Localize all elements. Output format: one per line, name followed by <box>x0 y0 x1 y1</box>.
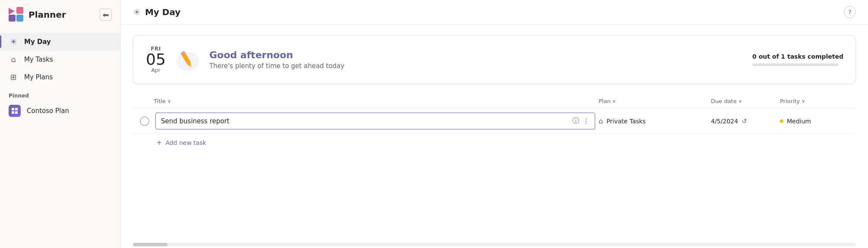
month-label: Apr <box>145 67 166 73</box>
greeting-subtitle: There's plenty of time to get ahead toda… <box>209 62 744 70</box>
grid-icon: ⊞ <box>9 72 18 82</box>
svg-rect-4 <box>12 108 14 110</box>
sidebar-item-my-tasks[interactable]: ⌂ My Tasks <box>0 50 120 68</box>
page-title: ☀ My Day <box>133 7 180 17</box>
date-block: FRI 05 Apr <box>145 46 166 73</box>
home-icon: ⌂ <box>9 55 18 64</box>
svg-marker-3 <box>9 8 15 15</box>
task-title-input-wrapper[interactable]: Send business report ⓘ ⋮ <box>155 113 595 129</box>
task-due-date: 4/5/2024 <box>711 118 738 125</box>
col-header-title[interactable]: Title ∨ <box>154 98 599 104</box>
col-header-priority[interactable]: Priority ∨ <box>780 98 849 104</box>
task-due-date-cell: 4/5/2024 ↺ <box>711 117 780 125</box>
nav-item-label: My Day <box>24 38 51 46</box>
scrollbar-thumb[interactable] <box>133 243 167 246</box>
duedate-sort-icon: ∨ <box>739 98 742 104</box>
priority-dot-icon <box>780 119 783 123</box>
task-plan-name: Private Tasks <box>606 118 646 125</box>
table-row: Send business report ⓘ ⋮ ⌂ Private Tasks… <box>133 108 856 134</box>
recurrence-icon[interactable]: ↺ <box>742 117 747 125</box>
svg-rect-0 <box>9 15 16 22</box>
pencil-illustration-icon <box>175 47 201 72</box>
greeting-text: Good afternoon There's plenty of time to… <box>209 50 744 70</box>
add-task-row[interactable]: + Add new task <box>133 134 856 151</box>
main-header: ☀ My Day ? <box>121 0 868 25</box>
task-priority-cell: Medium <box>780 118 849 125</box>
add-task-icon: + <box>156 138 162 147</box>
collapse-sidebar-button[interactable]: ⬅ <box>100 9 112 21</box>
task-table: Title ∨ Plan ∨ Due date ∨ Priority ∨ <box>133 94 856 151</box>
task-complete-checkbox[interactable] <box>140 116 149 126</box>
task-title-text: Send business report <box>161 117 569 125</box>
pinned-item-label: Contoso Plan <box>27 107 69 115</box>
svg-rect-2 <box>16 15 23 22</box>
svg-rect-7 <box>15 111 18 114</box>
progress-bar-background <box>752 63 839 66</box>
contoso-plan-icon <box>9 105 21 117</box>
sun-icon: ☀ <box>9 37 18 46</box>
nav-item-label: My Plans <box>24 73 53 81</box>
planner-logo-icon <box>9 7 24 22</box>
pinned-section-label: Pinned <box>0 86 120 100</box>
greeting-illustration <box>175 47 201 72</box>
sidebar: Planner ⬅ ☀ My Day ⌂ My Tasks ⊞ My Plans… <box>0 0 121 248</box>
title-sort-icon: ∨ <box>167 98 171 104</box>
collapse-icon: ⬅ <box>102 10 109 19</box>
sidebar-item-my-day[interactable]: ☀ My Day <box>0 33 120 50</box>
main-content: ☀ My Day ? FRI 05 Apr <box>121 0 868 248</box>
col-header-due-date[interactable]: Due date ∨ <box>711 98 780 104</box>
sidebar-item-contoso-plan[interactable]: Contoso Plan <box>0 100 120 121</box>
sidebar-brand: Planner <box>9 7 66 22</box>
progress-label: 0 out of 1 tasks completed <box>752 53 843 60</box>
svg-rect-5 <box>15 108 18 110</box>
tasks-progress: 0 out of 1 tasks completed <box>752 53 843 66</box>
nav-item-label: My Tasks <box>24 56 53 63</box>
col-header-plan[interactable]: Plan ∨ <box>599 98 711 104</box>
page-title-text: My Day <box>145 7 180 17</box>
sidebar-item-my-plans[interactable]: ⊞ My Plans <box>0 68 120 86</box>
greeting-card: FRI 05 Apr <box>133 35 856 84</box>
help-button[interactable]: ? <box>844 6 856 18</box>
my-day-icon: ☀ <box>133 7 141 17</box>
task-plan-cell: ⌂ Private Tasks <box>599 117 711 125</box>
sidebar-nav: ☀ My Day ⌂ My Tasks ⊞ My Plans Pinned Co… <box>0 29 120 248</box>
svg-rect-1 <box>16 7 23 14</box>
add-task-label: Add new task <box>165 139 206 146</box>
grid-small-icon <box>11 107 18 114</box>
task-info-icon[interactable]: ⓘ <box>572 116 579 126</box>
horizontal-scrollbar[interactable] <box>133 243 856 246</box>
help-icon: ? <box>848 9 851 16</box>
table-header: Title ∨ Plan ∨ Due date ∨ Priority ∨ <box>133 94 856 108</box>
svg-rect-6 <box>12 111 14 114</box>
task-priority-label: Medium <box>787 118 811 125</box>
plan-sort-icon: ∨ <box>612 98 616 104</box>
content-area: FRI 05 Apr <box>121 25 868 241</box>
sidebar-header: Planner ⬅ <box>0 0 120 29</box>
day-number: 05 <box>145 52 166 67</box>
private-tasks-icon: ⌂ <box>599 117 603 125</box>
greeting-title: Good afternoon <box>209 50 744 60</box>
task-title-cell: Send business report ⓘ ⋮ <box>155 113 599 129</box>
app-name: Planner <box>28 9 66 20</box>
task-more-options-icon[interactable]: ⋮ <box>583 117 590 125</box>
priority-sort-icon: ∨ <box>802 98 805 104</box>
